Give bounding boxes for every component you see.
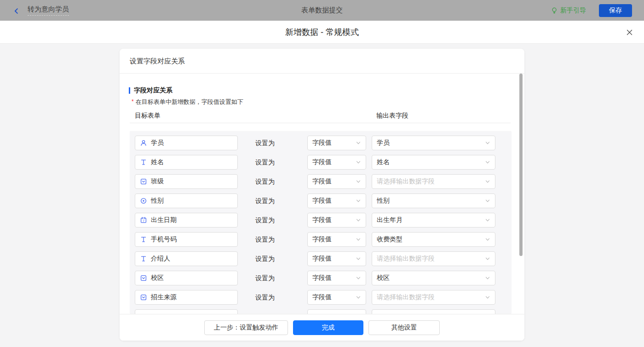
value-mode-select[interactable]: 字段值 [307, 174, 366, 189]
target-field-box: 校区 [135, 271, 238, 285]
output-field-select[interactable] [372, 309, 495, 314]
chevron-down-icon [356, 159, 361, 165]
flow-name[interactable]: 转为意向学员 [28, 5, 69, 16]
output-field-text: 性别 [377, 197, 482, 205]
chevron-down-icon [485, 179, 490, 184]
value-mode-select[interactable]: 字段值 [307, 290, 366, 305]
text-field-icon [140, 159, 147, 166]
target-field-box: 手机号码 [135, 232, 238, 247]
value-mode-text: 字段值 [312, 197, 353, 205]
target-field-label: 姓名 [151, 158, 164, 166]
column-header-target-form: 目标表单 [135, 112, 161, 120]
user-field-icon [140, 139, 147, 147]
value-mode-select[interactable]: 字段值 [307, 213, 366, 228]
output-field-text: 姓名 [377, 158, 482, 166]
target-field-box: 学员 [135, 136, 238, 150]
field-mapping-row: 介绍人 设置为 字段值 请选择输出数据字段 [130, 251, 512, 266]
modal-title: 新增数据 - 常规模式 [0, 21, 644, 44]
field-mapping-row: 姓名 设置为 字段值 姓名 [130, 155, 512, 170]
value-mode-select[interactable]: 字段值 [307, 193, 366, 208]
value-mode-text: 字段值 [312, 274, 353, 282]
back-button[interactable] [13, 7, 20, 14]
scrollbar-thumb[interactable] [519, 74, 523, 256]
section-accent-bar [129, 87, 130, 94]
output-field-select[interactable]: 请选择输出数据字段 [372, 251, 495, 266]
field-rows: 学员 设置为 字段值 学员 姓名 设置为 字段值 姓名 班级 [130, 131, 512, 314]
set-as-label: 设置为 [255, 271, 275, 285]
output-field-select[interactable]: 姓名 [372, 155, 495, 170]
field-mapping-row: 学员 设置为 字段值 学员 [130, 136, 512, 150]
target-field-label: 性别 [151, 197, 164, 205]
done-button[interactable]: 完成 [293, 320, 363, 335]
target-field-box: 介绍人 [135, 251, 238, 266]
close-button[interactable] [625, 28, 634, 37]
field-mapping-row: 招生来源 设置为 字段值 请选择输出数据字段 [130, 290, 512, 305]
output-field-select[interactable]: 性别 [372, 193, 495, 208]
field-mapping-row: 手机号码 设置为 字段值 收费类型 [130, 232, 512, 247]
value-mode-select[interactable]: 字段值 [307, 232, 366, 247]
text-field-icon [140, 236, 147, 243]
card-title: 设置字段对应关系 [130, 57, 185, 66]
section-title: 字段对应关系 [129, 86, 172, 95]
output-field-select[interactable]: 校区 [372, 271, 495, 285]
value-mode-select[interactable]: 字段值 [307, 155, 366, 170]
target-field-label: 招生来源 [151, 293, 177, 301]
value-mode-select[interactable]: 字段值 [307, 136, 366, 150]
output-field-text: 请选择输出数据字段 [377, 177, 482, 186]
topbar-title: 表单数据提交 [0, 6, 644, 15]
prev-step-button[interactable]: 上一步：设置触发动作 [204, 320, 288, 335]
chevron-down-icon [356, 179, 361, 184]
svg-text:7: 7 [143, 219, 144, 222]
field-mapping-row: 7 出生日期 设置为 字段值 出生年月 [130, 213, 512, 228]
value-mode-text: 字段值 [312, 139, 353, 147]
set-as-label: 设置为 [255, 155, 275, 170]
output-field-select[interactable]: 收费类型 [372, 232, 495, 247]
output-field-select[interactable]: 学员 [372, 136, 495, 150]
lightbulb-icon [551, 7, 558, 14]
target-field-label: 学员 [151, 139, 164, 147]
other-settings-button[interactable]: 其他设置 [368, 320, 440, 335]
modal-header: 新增数据 - 常规模式 [0, 21, 644, 44]
value-mode-select[interactable] [307, 309, 366, 314]
target-field-box: 姓名 [135, 155, 238, 170]
chevron-down-icon [485, 217, 490, 223]
set-as-label: 设置为 [255, 136, 275, 150]
output-field-select[interactable]: 请选择输出数据字段 [372, 290, 495, 305]
beginner-guide-label: 新手引导 [560, 6, 586, 15]
field-mapping-card: 设置字段对应关系 字段对应关系 * 在目标表单中新增数据，字段值设置如下 目标表… [120, 49, 524, 341]
select-field-icon [140, 178, 147, 185]
target-field-label: 校区 [151, 274, 164, 282]
field-mapping-row: 班级 设置为 字段值 请选择输出数据字段 [130, 174, 512, 189]
target-field-label: 介绍人 [151, 255, 170, 263]
required-marker: * [132, 98, 134, 105]
chevron-down-icon [485, 237, 490, 242]
value-mode-select[interactable]: 字段值 [307, 271, 366, 285]
save-button[interactable]: 保存 [599, 4, 632, 17]
target-field-label: 手机号码 [151, 235, 177, 244]
output-field-text: 请选择输出数据字段 [377, 255, 482, 263]
text-field-icon [140, 255, 147, 262]
beginner-guide-link[interactable]: 新手引导 [551, 6, 586, 15]
select-field-icon [140, 274, 147, 282]
field-mapping-row: 校区 设置为 字段值 校区 [130, 271, 512, 285]
chevron-down-icon [356, 217, 361, 223]
set-as-label: 设置为 [255, 290, 275, 305]
output-field-select[interactable]: 请选择输出数据字段 [372, 174, 495, 189]
chevron-down-icon [356, 237, 361, 242]
set-as-label: 设置为 [255, 251, 275, 266]
field-mapping-row: 性别 设置为 字段值 性别 [130, 193, 512, 208]
output-field-select[interactable]: 出生年月 [372, 213, 495, 228]
value-mode-text: 字段值 [312, 255, 353, 263]
radio-field-icon [140, 197, 147, 205]
chevron-down-icon [485, 295, 490, 300]
value-mode-select[interactable]: 字段值 [307, 251, 366, 266]
output-field-text: 学员 [377, 139, 482, 147]
field-mapping-row [130, 309, 512, 314]
target-field-label: 班级 [151, 177, 164, 186]
chevron-down-icon [485, 275, 490, 281]
target-field-box: 招生来源 [135, 290, 238, 305]
mapping-note-text: 在目标表单中新增数据，字段值设置如下 [136, 98, 243, 106]
chevron-down-icon [485, 198, 490, 204]
output-field-text: 请选择输出数据字段 [377, 293, 482, 301]
value-mode-text: 字段值 [312, 293, 353, 301]
